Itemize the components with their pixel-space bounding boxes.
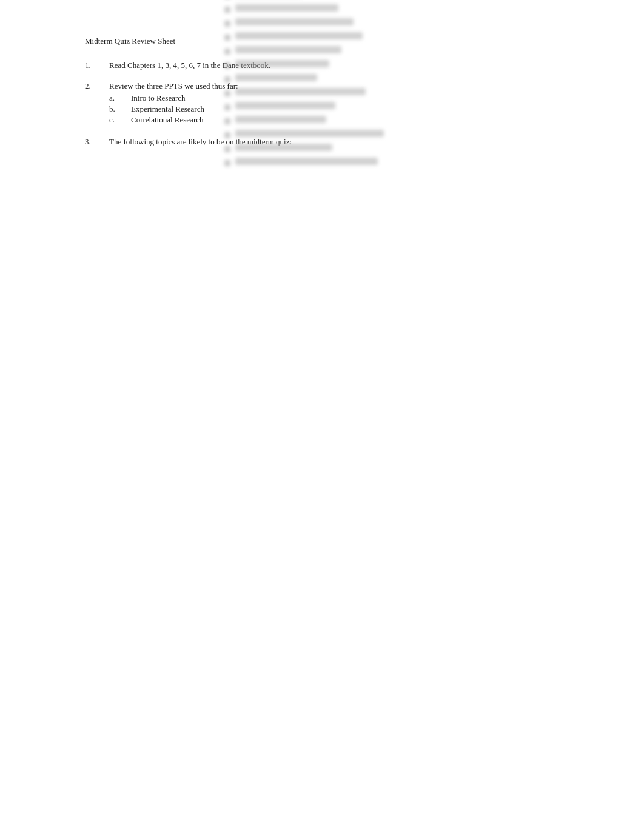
blurred-item-11 xyxy=(224,0,595,1)
item-2-text: Review the three PPTS we used thus far: xyxy=(109,81,238,90)
sub-text-a: Intro to Research xyxy=(131,93,186,103)
blurred-item-18 xyxy=(224,88,595,99)
sub-text-c: Correlational Research xyxy=(131,115,203,125)
blurred-item-13 xyxy=(224,18,595,29)
item-2-number: 2. xyxy=(85,81,109,91)
blurred-item-19 xyxy=(224,102,595,113)
topics-container: h. Descriptive research i. Predictive re… xyxy=(200,0,595,169)
blurred-item-12 xyxy=(224,4,595,15)
sub-text-b: Experimental Research xyxy=(131,104,204,114)
blurred-item-16 xyxy=(224,60,595,71)
item-3-number: 3. xyxy=(85,137,109,147)
sub-label-b: b. xyxy=(109,104,131,114)
blurred-item-23 xyxy=(224,158,595,169)
item-1-number: 1. xyxy=(85,61,109,70)
blurred-item-15 xyxy=(224,46,595,57)
sub-label-c: c. xyxy=(109,115,131,125)
blurred-item-14 xyxy=(224,32,595,43)
sub-label-a: a. xyxy=(109,93,131,103)
blurred-item-21 xyxy=(224,130,595,141)
blurred-content xyxy=(224,0,595,169)
blurred-item-22 xyxy=(224,144,595,155)
blurred-item-17 xyxy=(224,74,595,85)
blurred-item-20 xyxy=(224,116,595,127)
